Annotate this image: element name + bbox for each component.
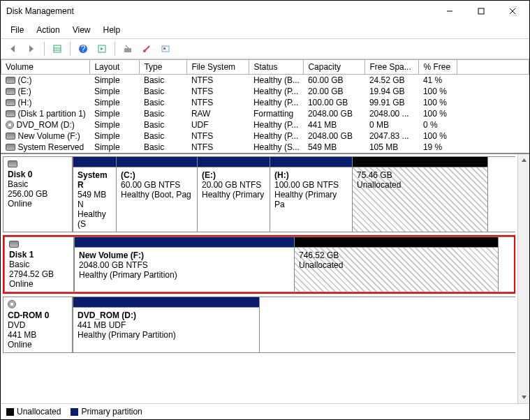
content: Volume Layout Type File System Status Ca… bbox=[1, 59, 529, 419]
table-row[interactable]: (E:)SimpleBasicNTFSHealthy (P...20.00 GB… bbox=[1, 86, 529, 97]
col-capacity[interactable]: Capacity bbox=[304, 60, 365, 75]
svg-rect-14 bbox=[163, 47, 165, 50]
part-status: Unallocated bbox=[357, 180, 483, 190]
disk-label[interactable]: CD-ROM 0DVD441 MBOnline bbox=[3, 297, 73, 353]
partition[interactable]: DVD_ROM (D:)441 MB UDFHealthy (Primary P… bbox=[73, 297, 260, 352]
menu-help[interactable]: Help bbox=[98, 23, 126, 37]
scroll-down-icon[interactable] bbox=[518, 391, 529, 403]
svg-point-12 bbox=[143, 50, 146, 52]
forward-button[interactable] bbox=[24, 41, 39, 57]
legend-swatch-unalloc bbox=[6, 408, 14, 416]
vol-name: System Reserved bbox=[18, 142, 84, 152]
partition[interactable]: 75.46 GBUnallocated bbox=[353, 157, 488, 232]
close-button[interactable] bbox=[496, 1, 528, 21]
col-free[interactable]: Free Spa... bbox=[365, 60, 419, 75]
partition[interactable]: 746.52 GBUnallocated bbox=[295, 237, 499, 292]
help-icon[interactable]: ? bbox=[75, 41, 91, 57]
minimize-button[interactable] bbox=[434, 1, 465, 21]
part-title: New Volume (F:) bbox=[79, 250, 290, 260]
table-row[interactable]: DVD_ROM (D:)SimpleBasicUDFHealthy (P...4… bbox=[1, 119, 529, 130]
partition-body: (E:)20.00 GB NTFSHealthy (Primary bbox=[198, 167, 270, 232]
vol-name: DVD_ROM (D:) bbox=[17, 120, 75, 130]
part-size: 100.00 GB NTFS bbox=[274, 180, 348, 190]
partition-body: 75.46 GBUnallocated bbox=[353, 167, 487, 232]
part-status: Healthy (Boot, Pag bbox=[121, 190, 193, 200]
disk-icon bbox=[6, 133, 15, 140]
partition[interactable]: (C:)60.00 GB NTFSHealthy (Boot, Pag bbox=[117, 157, 198, 232]
part-size: 60.00 GB NTFS bbox=[121, 180, 193, 190]
refresh-icon[interactable] bbox=[94, 41, 110, 57]
legend-swatch-primary bbox=[71, 408, 78, 416]
vol-name: (C:) bbox=[18, 75, 32, 85]
toolbar-separator bbox=[115, 42, 115, 56]
view-grid-icon[interactable] bbox=[50, 41, 65, 57]
partition-body: System R549 MB NHealthy (S bbox=[73, 167, 116, 232]
properties-icon[interactable] bbox=[139, 41, 154, 57]
disk-row[interactable]: CD-ROM 0DVD441 MBOnlineDVD_ROM (D:)441 M… bbox=[3, 297, 515, 353]
disk-label[interactable]: Disk 0Basic256.00 GBOnline bbox=[3, 156, 73, 232]
col-status[interactable]: Status bbox=[249, 60, 304, 75]
legend-unallocated: Unallocated bbox=[6, 407, 61, 417]
titlebar[interactable]: Disk Management bbox=[1, 1, 529, 22]
disk-parts: DVD_ROM (D:)441 MB UDFHealthy (Primary P… bbox=[73, 297, 515, 353]
part-status: Unallocated bbox=[299, 260, 494, 270]
part-status: Healthy (Primary Partition) bbox=[78, 330, 255, 340]
disk-icon bbox=[6, 110, 15, 117]
partition[interactable]: (H:)100.00 GB NTFSHealthy (Primary Pa bbox=[270, 157, 353, 232]
col-type[interactable]: Type bbox=[140, 60, 187, 75]
vertical-scrollbar[interactable] bbox=[517, 154, 529, 403]
disk-label[interactable]: Disk 1Basic2794.52 GBOnline bbox=[4, 237, 74, 292]
col-spacer bbox=[457, 60, 529, 75]
part-status: Healthy (S bbox=[78, 209, 112, 229]
partition-body: 746.52 GBUnallocated bbox=[295, 247, 498, 292]
part-status: Healthy (Primary Pa bbox=[274, 190, 348, 209]
vol-name: (H:) bbox=[18, 98, 32, 107]
col-pct[interactable]: % Free bbox=[419, 60, 457, 75]
partition-header bbox=[73, 297, 259, 307]
disk-row[interactable]: Disk 0Basic256.00 GBOnlineSystem R549 MB… bbox=[3, 156, 515, 232]
partition-header bbox=[295, 237, 498, 247]
partition[interactable]: (E:)20.00 GB NTFSHealthy (Primary bbox=[198, 157, 270, 232]
partition-header bbox=[75, 237, 294, 247]
partition[interactable]: System R549 MB NHealthy (S bbox=[73, 157, 117, 232]
partition-header bbox=[117, 157, 197, 167]
part-size: 20.00 GB NTFS bbox=[202, 180, 265, 190]
scan-icon[interactable] bbox=[120, 41, 135, 57]
table-row[interactable]: (C:)SimpleBasicNTFSHealthy (B...60.00 GB… bbox=[1, 75, 529, 87]
partition-header bbox=[73, 157, 116, 167]
vol-name: (Disk 1 partition 1) bbox=[18, 109, 86, 119]
part-size: 75.46 GB bbox=[357, 170, 483, 180]
toolbar: ? bbox=[1, 38, 529, 59]
table-row[interactable]: (H:)SimpleBasicNTFSHealthy (P...100.00 G… bbox=[1, 97, 529, 108]
table-row[interactable]: System ReservedSimpleBasicNTFSHealthy (S… bbox=[1, 142, 529, 153]
disk-icon bbox=[6, 77, 15, 84]
vol-name: New Volume (F:) bbox=[18, 131, 80, 141]
disk-row[interactable]: Disk 1Basic2794.52 GBOnlineNew Volume (F… bbox=[3, 235, 515, 294]
dvd-icon bbox=[6, 121, 14, 129]
col-layout[interactable]: Layout bbox=[90, 60, 140, 75]
legend: Unallocated Primary partition bbox=[1, 403, 529, 419]
svg-rect-1 bbox=[478, 8, 484, 14]
col-volume[interactable]: Volume bbox=[1, 60, 90, 75]
partition[interactable]: New Volume (F:)2048.00 GB NTFSHealthy (P… bbox=[74, 237, 295, 292]
part-title: DVD_ROM (D:) bbox=[78, 310, 255, 320]
menu-view[interactable]: View bbox=[67, 23, 96, 37]
menu-action[interactable]: Action bbox=[31, 23, 65, 37]
table-row[interactable]: (Disk 1 partition 1)SimpleBasicRAWFormat… bbox=[1, 108, 529, 119]
table-row[interactable]: New Volume (F:)SimpleBasicNTFSHealthy (P… bbox=[1, 130, 529, 142]
svg-line-11 bbox=[126, 45, 128, 48]
part-size: 441 MB UDF bbox=[78, 320, 255, 330]
window-title: Disk Management bbox=[6, 6, 434, 16]
maximize-button[interactable] bbox=[465, 1, 496, 21]
partition-body: New Volume (F:)2048.00 GB NTFSHealthy (P… bbox=[75, 247, 294, 292]
settings-icon[interactable] bbox=[158, 41, 173, 57]
part-size: 2048.00 GB NTFS bbox=[79, 260, 290, 270]
back-button[interactable] bbox=[5, 41, 20, 57]
menu-file[interactable]: File bbox=[5, 23, 29, 37]
part-title: System R bbox=[78, 170, 112, 190]
volume-table: Volume Layout Type File System Status Ca… bbox=[1, 59, 529, 154]
col-fs[interactable]: File System bbox=[187, 60, 249, 75]
svg-rect-10 bbox=[124, 48, 131, 52]
scroll-up-icon[interactable] bbox=[518, 154, 529, 166]
table-header-row[interactable]: Volume Layout Type File System Status Ca… bbox=[1, 60, 529, 75]
